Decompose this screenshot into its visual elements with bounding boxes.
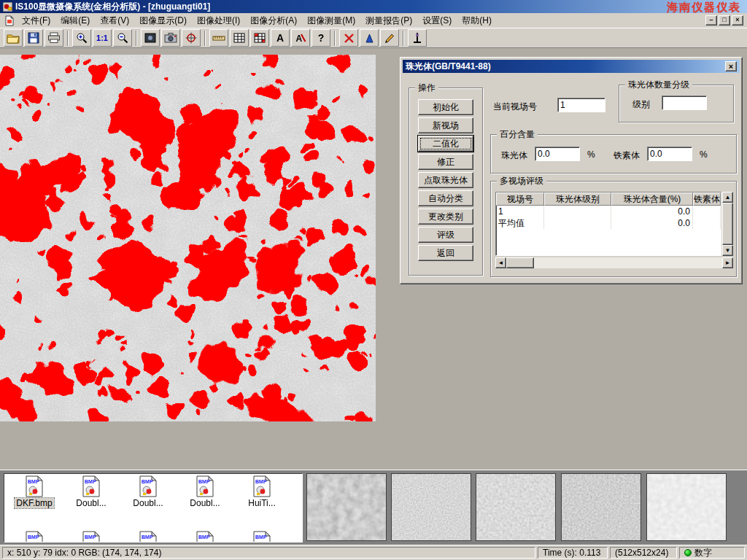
cell-grade [544,206,611,217]
table-row[interactable]: 1 0.0 [496,206,721,217]
save-button[interactable] [24,29,43,47]
current-field-input[interactable] [557,98,605,112]
scroll-down-icon[interactable]: ▼ [722,245,733,256]
horizontal-scroll-thumb[interactable] [506,257,534,268]
menu-file[interactable]: 文件(F) [17,13,55,28]
annotation-tool-button[interactable]: A [291,29,310,47]
change-class-button[interactable]: 更改类别 [418,209,473,225]
vertical-scrollbar[interactable]: ▲ ▼ [722,192,733,256]
target-button[interactable] [182,29,201,47]
zoom-out-icon [117,32,128,44]
table-row[interactable]: 平均值 0.0 [496,217,721,229]
binarize-button[interactable]: 二值化 [418,136,473,152]
multifield-group: 多视场评级 视场号 珠光体级别 珠光体含量(%) 铁素体 1 0.0 [490,181,737,277]
annotation-icon: A [295,32,306,44]
file-item[interactable]: BMP [235,531,289,542]
file-item[interactable]: BMP DKF.bmp [7,475,61,508]
menu-image-process[interactable]: 图像处理(I) [192,13,245,28]
file-name[interactable]: DKF.bmp [15,498,53,508]
menu-settings[interactable]: 设置(S) [417,13,457,28]
mdi-close-button[interactable]: × [732,15,743,26]
gallery-thumbnail[interactable] [306,473,387,541]
header-pearlite-content[interactable]: 珠光体含量(%) [611,192,693,206]
title-bar: IS100显微摄像系统(金相分析版) - [zhuguangti01] [0,0,747,13]
menu-image-display[interactable]: 图像显示(D) [134,13,192,28]
pick-pearlite-button[interactable]: 点取珠光体 [418,172,473,188]
file-name[interactable]: Doubl... [74,498,107,508]
file-item[interactable]: BMP [121,531,175,542]
menu-image-analysis[interactable]: 图像分析(A) [245,13,302,28]
ruler-tool-button[interactable] [209,29,228,47]
dialog-title-bar[interactable]: 珠光体(GB/T9441-88) × [403,60,740,73]
marker-tool-button[interactable] [360,29,379,47]
menu-report[interactable]: 测量报告(P) [360,13,417,28]
frame-capture-button[interactable] [141,29,160,47]
return-button[interactable]: 返回 [418,245,473,261]
scroll-up-icon[interactable]: ▲ [722,192,733,203]
file-item[interactable]: BMP [64,531,118,542]
gallery-thumbnail[interactable] [646,473,727,541]
horizontal-scrollbar[interactable]: ◄ ► [495,257,733,268]
toolbar-separator [403,31,404,46]
auto-classify-button[interactable]: 自动分类 [418,190,473,206]
open-button[interactable] [4,29,23,47]
grade-button[interactable]: 评级 [418,227,473,243]
scroll-right-icon[interactable]: ► [722,257,733,268]
menu-edit[interactable]: 编辑(E) [55,13,95,28]
file-item[interactable]: BMP Doubl... [64,475,118,508]
ferrite-label: 铁素体 [614,149,640,162]
file-item[interactable]: BMP [178,531,232,542]
micrograph-image[interactable] [0,55,376,421]
header-ferrite[interactable]: 铁素体 [693,192,721,206]
ferrite-percent-input[interactable] [647,147,692,161]
header-field-no[interactable]: 视场号 [496,192,544,206]
file-name[interactable]: Doubl... [131,498,164,508]
binary-grid-button[interactable] [250,29,269,47]
document-icon [4,15,15,26]
file-row-clipped: BMP BMP BMP BMP BMP [7,531,289,542]
file-item[interactable]: BMP Doubl... [121,475,175,508]
probe-tool-button[interactable] [408,29,427,47]
camera-button[interactable] [161,29,180,47]
menu-image-measure[interactable]: 图像测量(M) [302,13,360,28]
menu-view[interactable]: 查看(V) [95,13,134,28]
scroll-left-icon[interactable]: ◄ [495,257,506,268]
pen-tool-button[interactable] [380,29,399,47]
file-item[interactable]: BMP Doubl... [178,475,232,508]
binary-grid-icon [254,33,266,43]
status-bar: x: 510 y: 79 idx: 0 RGB: (174, 174, 174)… [0,545,747,560]
gallery-thumbnail[interactable] [476,473,556,541]
open-folder-icon [7,33,20,44]
grid-tool-button[interactable] [230,29,249,47]
new-field-button[interactable]: 新视场 [418,117,473,133]
level-input[interactable] [662,96,707,110]
gallery-thumbnail[interactable] [391,473,471,541]
table-header-row: 视场号 珠光体级别 珠光体含量(%) 铁素体 [496,192,721,206]
text-tool-button[interactable]: A [271,29,290,47]
svg-text:BMP: BMP [255,534,267,540]
init-button[interactable]: 初始化 [418,99,473,115]
cut-tool-button[interactable] [339,29,358,47]
cell-field-no: 1 [496,206,544,217]
help-button[interactable]: ? [311,29,330,47]
cell-field-no: 平均值 [496,217,544,229]
actual-size-button[interactable]: 1:1 [93,29,112,47]
file-item[interactable]: BMP [7,531,61,542]
vertical-scroll-thumb[interactable] [722,203,733,245]
operation-group-label: 操作 [415,82,438,93]
mdi-minimize-button[interactable]: – [705,15,717,26]
file-item[interactable]: BMP HuiTi... [235,475,289,508]
dialog-close-button[interactable]: × [725,61,737,71]
correct-button[interactable]: 修正 [418,154,473,170]
zoom-out-button[interactable] [113,29,132,47]
menu-help[interactable]: 帮助(H) [457,13,497,28]
header-pearlite-grade[interactable]: 珠光体级别 [544,192,611,206]
file-name[interactable]: Doubl... [188,498,221,508]
mdi-restore-button[interactable]: □ [719,15,730,26]
file-name[interactable]: HuiTi... [247,498,277,508]
zoom-in-button[interactable] [72,29,91,47]
horizontal-scroll-track[interactable] [534,257,722,268]
print-button[interactable] [44,29,63,47]
pearlite-percent-input[interactable] [535,147,580,161]
gallery-thumbnail[interactable] [561,473,641,541]
